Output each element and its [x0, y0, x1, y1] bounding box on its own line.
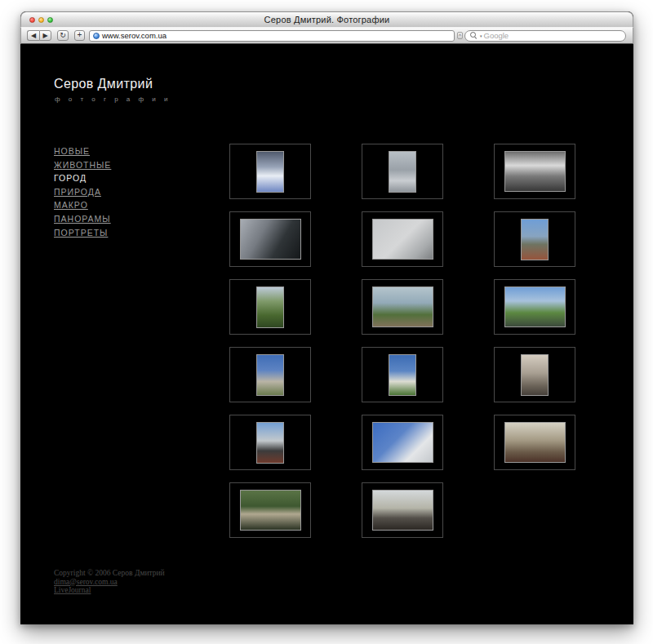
nav-item-zhivotnye: ЖИВОТНЫЕ [54, 157, 111, 171]
photo-thumbnail-white-tower[interactable] [389, 354, 416, 396]
photo-thumbnail-dark-building[interactable] [240, 219, 301, 260]
zoom-window-button[interactable] [47, 17, 53, 23]
gallery-cell-statue-square[interactable] [362, 482, 443, 538]
nav-item-priroda: ПРИРОДА [54, 184, 111, 198]
address-bar[interactable]: www.serov.com.ua [89, 30, 455, 42]
email-link[interactable]: dima@serov.com.ua [54, 578, 118, 587]
site-title: Серов Дмитрий [54, 77, 153, 91]
close-window-button[interactable] [29, 17, 35, 23]
gallery-cell-dark-building[interactable] [229, 211, 311, 267]
gallery-cell-autumn-square[interactable] [494, 415, 575, 470]
category-nav: НОВЫЕЖИВОТНЫЕГОРОДПРИРОДАМАКРОПАНОРАМЫПО… [54, 143, 111, 238]
nav-link-zhivotnye[interactable]: ЖИВОТНЫЕ [54, 160, 111, 170]
browser-window: Серов Дмитрий. Фотографии ◀ ▶ ↻ + www.se… [20, 11, 633, 624]
photo-grid [229, 144, 575, 538]
nav-link-gorod[interactable]: ГОРОД [54, 173, 87, 183]
back-button[interactable]: ◀ [27, 30, 39, 41]
gallery-cell-white-tower[interactable] [362, 347, 443, 402]
history-navigation: ◀ ▶ [27, 30, 51, 41]
window-title: Серов Дмитрий. Фотографии [21, 12, 633, 27]
address-url: www.serov.com.ua [102, 31, 167, 40]
gallery-cell-winter-alley[interactable] [229, 144, 311, 199]
forward-button[interactable]: ▶ [39, 30, 51, 41]
nav-item-panoramy: ПАНОРАМЫ [54, 211, 111, 224]
gallery-cell-river-bridge[interactable] [494, 279, 575, 335]
add-bookmark-button[interactable]: + [74, 30, 85, 41]
copyright-text: Copyright © 2006 Серов Дмитрий [54, 569, 165, 578]
search-icon[interactable] [470, 32, 478, 39]
search-field[interactable]: ▾ Google [464, 30, 626, 42]
photo-thumbnail-park-road-bw[interactable] [504, 151, 566, 192]
nav-item-novye: НОВЫЕ [54, 143, 111, 157]
page-content: Серов Дмитрий ф о т о г р а ф и и НОВЫЕЖ… [20, 44, 633, 624]
page-footer: Copyright © 2006 Серов Дмитрий dima@sero… [54, 569, 165, 595]
nav-item-portrety: ПОРТРЕТЫ [54, 224, 111, 238]
site-subtitle: ф о т о г р а ф и и [55, 95, 171, 103]
gallery-cell-rotunda-park[interactable] [229, 482, 311, 538]
window-controls [29, 17, 53, 23]
photo-thumbnail-statue-blue-sky[interactable] [521, 219, 549, 260]
gallery-cell-colonnade-sky[interactable] [362, 415, 443, 470]
nav-item-gorod: ГОРОД [54, 170, 111, 184]
gallery-cell-columns-cloud[interactable] [229, 347, 311, 402]
photo-thumbnail-tower-bw[interactable] [372, 219, 433, 260]
nav-link-portrety[interactable]: ПОРТРЕТЫ [54, 228, 108, 238]
browser-toolbar: ◀ ▶ ↻ + www.serov.com.ua ˄ ▾ Google [20, 27, 633, 44]
nav-link-priroda[interactable]: ПРИРОДА [54, 187, 101, 197]
gallery-cell-statue-monument[interactable] [229, 415, 311, 470]
globe-icon [93, 33, 100, 39]
livejournal-link[interactable]: LiveJournal [54, 586, 91, 595]
photo-thumbnail-colonnade-sky[interactable] [372, 422, 433, 463]
photo-thumbnail-green-tree[interactable] [256, 286, 284, 328]
search-placeholder: Google [484, 31, 509, 40]
photo-thumbnail-sepia-tree[interactable] [521, 354, 549, 396]
nav-link-makro[interactable]: МАКРО [54, 200, 88, 210]
photo-thumbnail-snowy-path-bw[interactable] [389, 151, 416, 193]
gallery-cell-tower-bw[interactable] [362, 211, 443, 267]
minimize-window-button[interactable] [38, 17, 44, 23]
gallery-cell-park-road-bw[interactable] [494, 144, 575, 199]
gallery-cell-green-tree[interactable] [229, 279, 311, 335]
photo-thumbnail-rotunda-park[interactable] [240, 490, 301, 531]
photo-thumbnail-winter-alley[interactable] [256, 151, 284, 193]
photo-thumbnail-statue-square[interactable] [372, 490, 433, 531]
photo-thumbnail-columns-cloud[interactable] [256, 354, 284, 396]
window-titlebar[interactable]: Серов Дмитрий. Фотографии [20, 11, 633, 27]
gallery-cell-sepia-tree[interactable] [494, 347, 575, 402]
search-engine-caret-icon[interactable]: ▾ [480, 30, 482, 42]
nav-link-novye[interactable]: НОВЫЕ [54, 146, 90, 156]
photo-thumbnail-lake-shore[interactable] [372, 286, 433, 327]
nav-link-panoramy[interactable]: ПАНОРАМЫ [54, 214, 111, 224]
nav-item-makro: МАКРО [54, 197, 111, 211]
photo-thumbnail-statue-monument[interactable] [256, 422, 284, 464]
photo-thumbnail-autumn-square[interactable] [504, 422, 566, 463]
gallery-cell-snowy-path-bw[interactable] [362, 144, 443, 199]
gallery-cell-lake-shore[interactable] [362, 279, 443, 335]
field-resize-handle[interactable]: ˄ [457, 32, 463, 39]
gallery-cell-statue-blue-sky[interactable] [494, 211, 575, 267]
photo-thumbnail-river-bridge[interactable] [504, 286, 566, 327]
reload-button[interactable]: ↻ [57, 30, 69, 41]
